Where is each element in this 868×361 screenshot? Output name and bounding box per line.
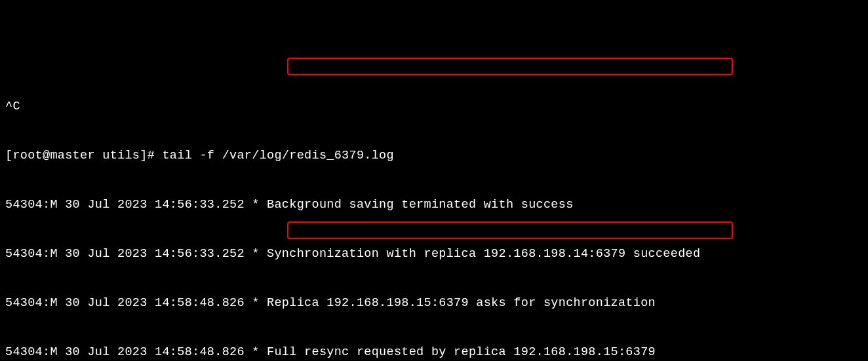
log-line: 54304:M 30 Jul 2023 14:56:33.252 * Backg…: [5, 197, 863, 213]
shell-prompt: [root@master utils]#: [5, 149, 162, 162]
shell-command: tail -f /var/log/redis_6379.log: [162, 149, 393, 162]
ctrl-char: ^C: [5, 98, 863, 115]
log-line: 54304:M 30 Jul 2023 14:56:33.252 * Synch…: [5, 246, 863, 262]
log-line: 54304:M 30 Jul 2023 14:58:48.826 * Full …: [5, 344, 863, 360]
log-line: 54304:M 30 Jul 2023 14:58:48.826 * Repli…: [5, 295, 863, 311]
terminal-output[interactable]: ^C [root@master utils]# tail -f /var/log…: [0, 66, 868, 361]
command-line: [root@master utils]# tail -f /var/log/re…: [5, 147, 863, 164]
